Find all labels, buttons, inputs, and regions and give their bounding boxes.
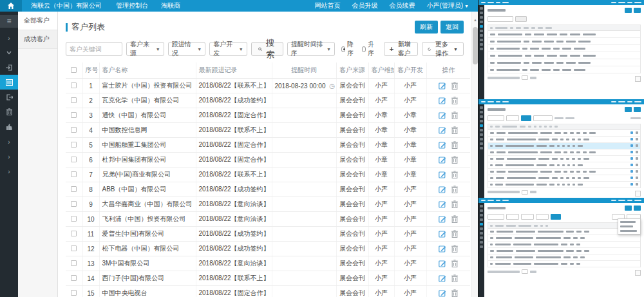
sidebar-item-10[interactable]: ›	[0, 164, 18, 178]
brand-title[interactable]: 淘联云（中国）有限公司	[31, 1, 102, 10]
sidebar-item-5[interactable]	[0, 90, 18, 104]
trash-icon[interactable]	[451, 230, 458, 238]
sidebar-item-4[interactable]	[0, 75, 18, 90]
sidebar-item-2[interactable]	[0, 45, 18, 60]
cell-name[interactable]: 爱普生(中国)有限公司	[99, 227, 196, 242]
edit-icon[interactable]	[439, 82, 446, 90]
add-customer-button[interactable]: +新增客户	[384, 42, 419, 56]
row-checkbox[interactable]	[71, 127, 77, 133]
cell-name[interactable]: 富士胶片（中国）投资有限公司	[99, 79, 196, 93]
cell-name[interactable]: 西门子(中国)有限公司	[99, 271, 196, 286]
thumbnail-report-page[interactable]	[478, 0, 644, 99]
row-checkbox[interactable]	[71, 186, 77, 192]
trash-icon[interactable]	[451, 215, 458, 223]
vertical-scrollbar[interactable]: ▲	[471, 12, 478, 297]
trash-icon[interactable]	[451, 274, 458, 282]
row-checkbox[interactable]	[71, 82, 77, 88]
menu-item-member-renew[interactable]: 会员续费	[389, 1, 415, 10]
cell-name[interactable]: 3M中国有限公司	[99, 256, 196, 271]
trash-icon[interactable]	[451, 82, 458, 90]
desc-radio[interactable]: 降序	[341, 40, 355, 58]
submenu-item-all-customers[interactable]: 全部客户	[18, 12, 57, 30]
row-checkbox[interactable]	[71, 260, 77, 266]
row-checkbox[interactable]	[71, 97, 77, 103]
menu-item-site-home[interactable]: 网站首页	[314, 1, 340, 10]
edit-icon[interactable]	[439, 171, 446, 178]
sidebar-item-3[interactable]	[0, 60, 18, 75]
cell-name[interactable]: 瓦克化学（中国）有限公司	[99, 93, 196, 108]
cell-name[interactable]: ABB（中国）有限公司	[99, 182, 196, 197]
edit-icon[interactable]	[439, 141, 446, 149]
developer-select[interactable]: 客户开发▼	[209, 42, 247, 56]
trash-icon[interactable]	[451, 245, 458, 253]
home-button[interactable]	[0, 0, 22, 12]
trash-icon[interactable]	[451, 200, 458, 208]
back-button[interactable]: 返回	[440, 21, 464, 34]
trash-icon[interactable]	[451, 260, 458, 267]
asc-radio[interactable]: 升序	[362, 40, 376, 58]
remind-sort-select[interactable]: 提醒时间排序▼	[287, 42, 335, 56]
search-button[interactable]: 搜索	[251, 42, 283, 56]
more-actions-button[interactable]: 更多操作▼	[422, 42, 464, 56]
row-checkbox[interactable]	[71, 231, 77, 236]
trash-icon[interactable]	[451, 156, 458, 164]
cell-name[interactable]: 大昌华嘉商业（中国）有限公司	[99, 197, 196, 212]
edit-icon[interactable]	[439, 111, 446, 119]
sidebar-item-1[interactable]: ›	[0, 30, 18, 45]
thumbnail-records-page[interactable]	[478, 99, 644, 198]
cell-record: 2018/08/22【成功签约】	[196, 93, 272, 108]
scrollbar-thumb[interactable]	[473, 27, 478, 64]
user-menu[interactable]: 小严(管理员)▼	[426, 1, 469, 10]
keyword-input[interactable]	[66, 42, 122, 56]
sidebar-item-7[interactable]	[0, 119, 18, 134]
edit-icon[interactable]	[439, 186, 446, 193]
row-checkbox[interactable]	[71, 157, 77, 162]
sidebar-item-6[interactable]	[0, 104, 18, 119]
row-checkbox[interactable]	[71, 142, 77, 148]
sidebar-item-9[interactable]: ›	[0, 149, 18, 164]
trash-icon[interactable]	[451, 141, 458, 149]
cell-name[interactable]: 松下电器（中国）有限公司	[99, 242, 196, 256]
edit-icon[interactable]	[439, 245, 446, 253]
trash-icon[interactable]	[451, 126, 458, 134]
row-checkbox[interactable]	[71, 216, 77, 222]
cell-name[interactable]: 中国数控信息网	[99, 123, 196, 138]
edit-icon[interactable]	[439, 274, 446, 282]
submenu-item-success-customers[interactable]: 成功客户	[18, 30, 57, 49]
row-checkbox[interactable]	[71, 245, 77, 251]
sidebar-item-8[interactable]: ›	[0, 134, 18, 149]
trash-icon[interactable]	[451, 97, 458, 104]
sidebar-item-0[interactable]: ≡	[0, 15, 18, 28]
edit-icon[interactable]	[439, 156, 446, 164]
refresh-button[interactable]: 刷新	[415, 21, 438, 34]
cell-name[interactable]: 杜邦中国集团有限公司	[99, 153, 196, 168]
cell-name[interactable]: 中国船舶重工集团公司	[99, 138, 196, 153]
edit-icon[interactable]	[439, 126, 446, 134]
edit-icon[interactable]	[439, 260, 446, 267]
trash-icon[interactable]	[451, 289, 458, 297]
source-select[interactable]: 客户来源▼	[126, 42, 164, 56]
cell-name[interactable]: 中国中央电视台	[99, 286, 196, 297]
edit-icon[interactable]	[439, 200, 446, 208]
cell-name[interactable]: 兄弟(中国)商业有限公司	[99, 168, 196, 182]
menu-item-shop[interactable]: 淘联商	[161, 1, 180, 10]
trash-icon[interactable]	[451, 171, 458, 178]
follow-status-select[interactable]: 跟进情况▼	[168, 42, 206, 56]
select-all-checkbox[interactable]	[71, 67, 77, 73]
cell-name[interactable]: 飞利浦（中国）投资有限公司	[99, 212, 196, 227]
trash-icon[interactable]	[451, 111, 458, 119]
thumbnail-customer-page[interactable]	[478, 198, 644, 297]
cell-name[interactable]: 通快（中国）有限公司	[99, 108, 196, 123]
row-checkbox[interactable]	[71, 290, 77, 296]
row-checkbox[interactable]	[71, 171, 77, 177]
edit-icon[interactable]	[439, 289, 446, 297]
edit-icon[interactable]	[439, 97, 446, 104]
trash-icon[interactable]	[451, 186, 458, 193]
menu-item-member-upgrade[interactable]: 会员升级	[352, 1, 377, 10]
row-checkbox[interactable]	[71, 112, 77, 118]
row-checkbox[interactable]	[71, 275, 77, 281]
edit-icon[interactable]	[439, 215, 446, 223]
row-checkbox[interactable]	[71, 201, 77, 207]
menu-item-console[interactable]: 管理控制台	[116, 1, 148, 10]
edit-icon[interactable]	[439, 230, 446, 238]
